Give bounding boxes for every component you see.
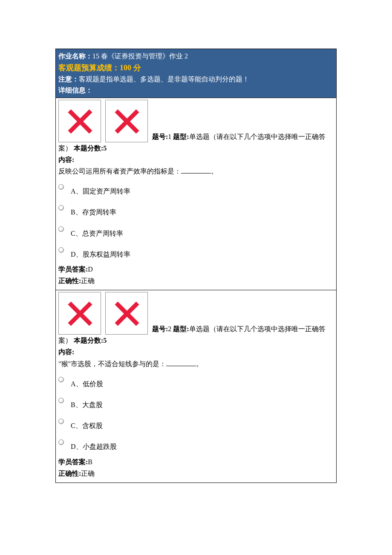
question-score-label: 本题分数: <box>74 145 103 152</box>
question-content: 反映公司运用所有者资产效率的指标是：。 <box>58 165 334 177</box>
note-line: 注意：客观题是指单选题、多选题、是非题等能自动判分的题！ <box>58 74 334 85</box>
option-row[interactable]: C、总资产周转率 <box>58 222 334 243</box>
question-content: "猴"市选股，不适合短线参与的是：。 <box>58 358 334 370</box>
image-row <box>58 325 152 332</box>
option-text: C、含权股 <box>71 417 103 431</box>
score-value: 100 分 <box>120 64 141 72</box>
detail-line: 详细信息： <box>58 85 334 96</box>
assignment-title-label: 作业名称： <box>58 52 92 60</box>
question-score-value: 5 <box>103 145 107 152</box>
option-row[interactable]: B、存货周转率 <box>58 200 334 221</box>
option-row[interactable]: C、含权股 <box>58 414 334 435</box>
radio-icon[interactable] <box>58 439 64 445</box>
correctness-value: 正确 <box>81 277 95 284</box>
placeholder-image-icon <box>58 100 101 142</box>
radio-icon[interactable] <box>58 377 64 382</box>
option-row[interactable]: A、固定资产周转率 <box>58 179 334 200</box>
note-text: 客观题是指单选题、多选题、是非题等能自动判分的题！ <box>79 75 249 83</box>
image-row <box>58 133 152 140</box>
option-text: D、股东权益周转率 <box>71 246 130 260</box>
option-text: A、固定资产周转率 <box>71 183 130 197</box>
placeholder-image-icon <box>105 100 148 142</box>
student-answer-line: 学员答案:B <box>58 456 334 468</box>
content-label: 内容: <box>58 154 334 165</box>
question-type-label: 题型: <box>173 133 189 140</box>
options-list: A、低价股 B、大盘股 C、含权股 D、小盘超跌股 <box>58 372 334 456</box>
radio-icon[interactable] <box>58 226 64 232</box>
correctness-label: 正确性: <box>58 470 81 477</box>
question-block: 题号:2 题型:单选题（请在以下几个选项中选择唯一正确答案） 本题分数:5 内容… <box>56 290 336 483</box>
correctness-line: 正确性:正确 <box>58 275 334 286</box>
assignment-title-line: 作业名称：15 春《证券投资与管理》作业 2 <box>58 51 334 62</box>
option-text: D、小盘超跌股 <box>71 438 117 452</box>
radio-icon[interactable] <box>58 419 64 424</box>
option-text: B、大盘股 <box>71 396 103 410</box>
assignment-title-value: 15 春《证券投资与管理》作业 2 <box>92 52 188 60</box>
placeholder-image-icon <box>58 292 101 335</box>
student-answer-value: D <box>88 266 93 273</box>
option-row[interactable]: D、小盘超跌股 <box>58 435 334 456</box>
option-row[interactable]: A、低价股 <box>58 372 334 393</box>
question-score-value: 5 <box>103 337 107 344</box>
correctness-line: 正确性:正确 <box>58 468 334 479</box>
document-page: 作业名称：15 春《证券投资与管理》作业 2 客观题预算成绩：100 分 注意：… <box>55 49 337 483</box>
options-list: A、固定资产周转率 B、存货周转率 C、总资产周转率 D、股东权益周转率 <box>58 179 334 263</box>
content-text-after: 。 <box>211 168 218 175</box>
question-no-label: 题号: <box>152 325 168 332</box>
correctness-value: 正确 <box>81 470 95 477</box>
student-answer-value: B <box>88 458 92 465</box>
content-label: 内容: <box>58 346 334 358</box>
question-type-label: 题型: <box>173 325 189 332</box>
score-label: 客观题预算成绩： <box>58 64 120 72</box>
content-text-before: 反映公司运用所有者资产效率的指标是： <box>58 168 181 175</box>
option-row[interactable]: B、大盘股 <box>58 393 334 414</box>
detail-label: 详细信息： <box>58 87 92 94</box>
content-text-after: 。 <box>196 360 203 367</box>
blank-field <box>166 359 196 366</box>
content-text-before: "猴"市选股，不适合短线参与的是： <box>58 360 166 367</box>
placeholder-image-icon <box>105 292 148 335</box>
radio-icon[interactable] <box>58 247 64 253</box>
radio-icon[interactable] <box>58 184 64 190</box>
radio-icon[interactable] <box>58 398 64 403</box>
option-text: A、低价股 <box>71 376 103 390</box>
option-row[interactable]: D、股东权益周转率 <box>58 243 334 263</box>
correctness-label: 正确性: <box>58 277 81 284</box>
question-no-value: 2 <box>168 325 171 332</box>
student-answer-label: 学员答案: <box>58 266 88 273</box>
radio-icon[interactable] <box>58 205 64 211</box>
question-no-value: 1 <box>168 133 171 140</box>
student-answer-line: 学员答案:D <box>58 263 334 275</box>
option-text: B、存货周转率 <box>71 204 116 218</box>
score-line: 客观题预算成绩：100 分 <box>58 62 334 74</box>
blank-field <box>181 167 211 173</box>
question-no-label: 题号: <box>152 133 168 140</box>
question-block: 题号:1 题型:单选题（请在以下几个选项中选择唯一正确答案） 本题分数:5 内容… <box>56 98 336 291</box>
note-label: 注意： <box>58 75 79 83</box>
document-header: 作业名称：15 春《证券投资与管理》作业 2 客观题预算成绩：100 分 注意：… <box>56 49 336 98</box>
student-answer-label: 学员答案: <box>58 458 88 465</box>
question-score-label: 本题分数: <box>74 337 103 344</box>
option-text: C、总资产周转率 <box>71 225 123 239</box>
